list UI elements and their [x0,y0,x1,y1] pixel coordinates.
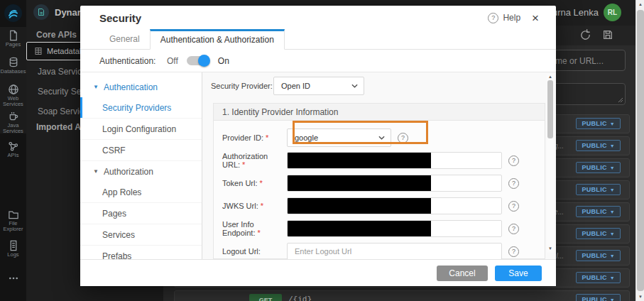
nav-item-csrf[interactable]: CSRF [80,140,202,161]
caret-down-icon: ▼ [610,209,615,214]
section-title: 1. Identity Provider Information [214,104,545,121]
text-input-redacted[interactable] [287,152,502,169]
redaction-bar [288,175,431,191]
nav-item-security-providers[interactable]: Security Providers [80,97,202,119]
chevron-down-icon [378,136,385,141]
field-row-logout-url: Logout Url:Enter Logout Url? [214,240,545,259]
caret-down-icon: ▼ [610,187,615,192]
toggle-off-label: Off [167,56,178,66]
access-level-badge[interactable]: PUBLIC▼ [576,294,621,301]
security-dialog: Security ? Help × General Authentication… [80,6,556,286]
security-provider-label: Security Provider: [211,82,273,90]
logout-url-input[interactable]: Enter Logout Url [287,243,502,259]
nav-section-authentication[interactable]: ▼Authentication [80,77,202,97]
tab-authentication-authorization[interactable]: Authentication & Authorization [150,29,285,50]
nav-section-authorization[interactable]: ▼Authorization [80,161,202,182]
metadatadb-icon [34,47,43,55]
required-asterisk: * [260,179,263,187]
text-input-redacted[interactable] [287,220,502,237]
sidebar-item-web-services[interactable]: WebServices [0,84,26,107]
access-level-badge[interactable]: PUBLIC▼ [576,162,621,173]
sidebar-item-java-services[interactable]: JavaServices [0,111,26,134]
field-help-icon[interactable]: ? [508,246,519,257]
toggle-on-label: On [218,56,229,66]
sidebar-item-file-explorer[interactable]: FileExplorer [0,209,26,232]
nav-item-services[interactable]: Services [80,224,202,246]
field-help-icon[interactable]: ? [508,178,519,189]
access-level-badge[interactable]: PUBLIC▼ [576,272,621,283]
sidebar-item-logs[interactable]: Logs [0,240,26,258]
app-icon-rail: PagesDatabasesWebServicesJavaServicesAPI… [0,0,26,301]
api-method-row[interactable]: GET/{id}PUBLIC▼ [174,290,630,301]
field-help-icon[interactable]: ? [398,133,408,143]
security-provider-row: Security Provider: Open ID [211,77,364,95]
scrollbar-thumb[interactable] [637,10,644,291]
form-scroll-up-icon[interactable]: ▲ [547,75,554,79]
java-services-icon [8,111,19,122]
access-level-badge[interactable]: PUBLIC▼ [576,228,621,239]
authentication-toggle[interactable] [187,56,208,65]
input-placeholder: Enter Logout Url [295,247,351,256]
http-method-badge: GET [249,294,282,301]
identity-provider-section: 1. Identity Provider Information Provide… [213,103,545,259]
text-input-redacted[interactable] [287,175,502,192]
tab-general[interactable]: General [99,30,150,49]
caret-down-icon: ▼ [610,253,615,258]
scroll-down-icon[interactable]: ▼ [636,295,644,299]
nav-item-login-configuration[interactable]: Login Configuration [80,119,202,140]
file-explorer-icon [8,209,19,220]
dialog-footer: Cancel Save [80,259,556,286]
required-asterisk: * [257,229,260,237]
dialog-sidebar: ▼AuthenticationSecurity ProvidersLogin C… [80,72,202,259]
dialog-title: Security [99,12,141,24]
redaction-bar [288,198,431,214]
provider-id-select[interactable]: google [287,128,391,147]
access-level-badge[interactable]: PUBLIC▼ [576,184,621,195]
logs-icon [8,240,19,251]
help-button[interactable]: ? Help [488,13,520,23]
access-level-badge[interactable]: PUBLIC▼ [576,140,621,151]
field-row-token-url: Token Url:*? [214,172,545,195]
triangle-down-icon: ▼ [93,168,99,175]
screen: PagesDatabasesWebServicesJavaServicesAPI… [0,0,644,301]
cancel-button[interactable]: Cancel [437,266,488,281]
pages-icon [8,30,19,41]
sidebar-item-databases[interactable]: Databases [0,57,26,75]
avatar[interactable]: RL [604,4,621,21]
caret-down-icon: ▼ [610,297,615,301]
authentication-toggle-row: Authentication: Off On [80,50,556,72]
sidebar-item-more[interactable] [0,273,26,285]
toggle-knob[interactable] [198,55,210,67]
form-scrollbar[interactable]: ▲ ▼ [547,74,554,253]
redaction-bar [288,153,431,168]
caret-down-icon: ▼ [610,165,615,170]
scroll-up-icon[interactable]: ▲ [636,2,644,6]
page-scrollbar[interactable]: ▲ ▼ [635,0,644,301]
access-level-badge[interactable]: PUBLIC▼ [576,118,621,129]
required-asterisk: * [266,133,268,142]
nav-item-pages[interactable]: Pages [80,203,202,224]
field-help-icon[interactable]: ? [508,201,519,212]
security-provider-select[interactable]: Open ID [273,77,364,95]
access-level-badge[interactable]: PUBLIC▼ [576,206,621,217]
access-level-badge[interactable]: PUBLIC▼ [576,250,621,261]
nav-item-app-roles[interactable]: App Roles [80,182,202,203]
dialog-header: Security ? Help × [80,6,556,30]
form-scroll-down-icon[interactable]: ▼ [547,246,554,251]
redaction-bar [288,221,431,236]
sidebar-item-apis[interactable]: APIs [0,141,26,158]
form-scrollbar-thumb[interactable] [547,80,553,138]
refresh-icon[interactable] [579,29,591,41]
resize-grip-icon[interactable] [618,97,623,103]
text-input-redacted[interactable] [287,197,502,214]
save-file-icon[interactable] [602,29,614,41]
caret-down-icon: ▼ [610,143,615,148]
save-button[interactable]: Save [495,266,542,281]
web-services-icon [8,84,19,95]
field-help-icon[interactable]: ? [508,224,519,234]
close-icon[interactable]: × [532,12,539,24]
wavemaker-logo-icon[interactable] [4,4,22,22]
sidebar-item-pages[interactable]: Pages [0,30,26,48]
chevron-down-icon [351,84,358,89]
field-help-icon[interactable]: ? [508,155,519,166]
